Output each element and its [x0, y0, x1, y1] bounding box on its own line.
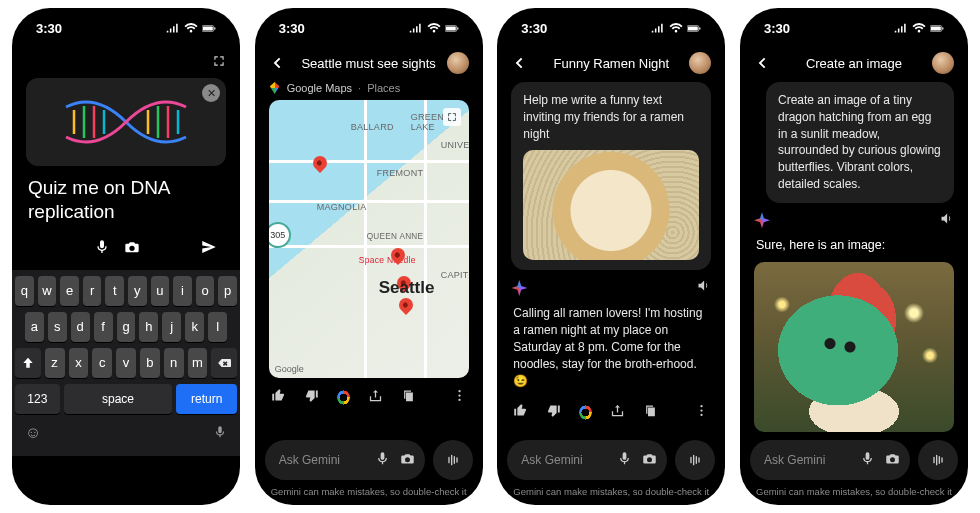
- key-l[interactable]: l: [208, 312, 227, 342]
- mic-icon[interactable]: [375, 451, 390, 469]
- thumbs-up-icon[interactable]: [513, 403, 528, 422]
- svg-point-14: [458, 390, 460, 392]
- key-shift[interactable]: [15, 348, 41, 378]
- key-f[interactable]: f: [94, 312, 113, 342]
- generated-image[interactable]: [754, 262, 954, 432]
- copy-icon[interactable]: [401, 388, 416, 407]
- share-icon[interactable]: [368, 388, 383, 407]
- ask-placeholder: Ask Gemini: [521, 453, 607, 467]
- more-icon[interactable]: [694, 403, 709, 422]
- phone-maps: 3:30 Seattle must see sights Google Maps…: [255, 8, 483, 505]
- ask-input[interactable]: Ask Gemini: [265, 440, 425, 480]
- speaker-icon[interactable]: [696, 278, 711, 297]
- key-e[interactable]: e: [60, 276, 79, 306]
- expand-icon[interactable]: [212, 54, 226, 72]
- google-search-icon[interactable]: [579, 405, 592, 420]
- close-icon[interactable]: ✕: [202, 84, 220, 102]
- key-q[interactable]: q: [15, 276, 34, 306]
- feedback-row: [511, 389, 711, 428]
- key-p[interactable]: p: [218, 276, 237, 306]
- camera-icon[interactable]: [885, 451, 900, 469]
- key-t[interactable]: t: [105, 276, 124, 306]
- avatar[interactable]: [689, 52, 711, 74]
- status-icons: [894, 23, 944, 34]
- camera-icon[interactable]: [642, 451, 657, 469]
- hood-ballard: BALLARD: [351, 122, 394, 132]
- svg-rect-24: [931, 26, 941, 30]
- back-icon[interactable]: [269, 55, 291, 71]
- key-r[interactable]: r: [83, 276, 102, 306]
- hood-greenlake: GREEN LAKE: [411, 112, 469, 132]
- copy-icon[interactable]: [643, 403, 658, 422]
- key-d[interactable]: d: [71, 312, 90, 342]
- dna-attachment-card[interactable]: ✕: [26, 78, 226, 166]
- emoji-icon[interactable]: ☺: [25, 424, 41, 444]
- avatar[interactable]: [932, 52, 954, 74]
- svg-point-20: [701, 405, 703, 407]
- key-g[interactable]: g: [117, 312, 136, 342]
- status-icons: [166, 23, 216, 34]
- mic-icon[interactable]: [617, 451, 632, 469]
- key-y[interactable]: y: [128, 276, 147, 306]
- wifi-icon: [184, 23, 198, 34]
- hood-magnolia: MAGNOLIA: [317, 202, 367, 212]
- map-city-label: Seattle: [379, 278, 435, 298]
- maps-pin-icon: [269, 82, 281, 94]
- key-s[interactable]: s: [48, 312, 67, 342]
- camera-icon[interactable]: [124, 239, 140, 259]
- key-backspace[interactable]: [211, 348, 237, 378]
- key-i[interactable]: i: [173, 276, 192, 306]
- speaker-icon[interactable]: [939, 211, 954, 230]
- key-n[interactable]: n: [164, 348, 184, 378]
- key-a[interactable]: a: [25, 312, 44, 342]
- mic-icon[interactable]: [94, 239, 110, 259]
- thumbs-down-icon[interactable]: [304, 388, 319, 407]
- ask-input[interactable]: Ask Gemini: [507, 440, 667, 480]
- assistant-reply: Calling all ramen lovers! I'm hosting a …: [511, 305, 711, 389]
- status-icons: [409, 23, 459, 34]
- mic-icon[interactable]: [860, 451, 875, 469]
- key-c[interactable]: c: [92, 348, 112, 378]
- status-bar: 3:30: [740, 8, 968, 48]
- live-button[interactable]: [675, 440, 715, 480]
- page-title: Seattle must see sights: [299, 56, 439, 71]
- live-button[interactable]: [433, 440, 473, 480]
- send-icon[interactable]: [200, 238, 218, 260]
- live-button[interactable]: [918, 440, 958, 480]
- map-pin[interactable]: [396, 295, 416, 315]
- google-search-icon[interactable]: [337, 390, 350, 405]
- map-card[interactable]: BALLARD FREMONT MAGNOLIA QUEEN ANNE CAPI…: [269, 100, 469, 378]
- page-title: Funny Ramen Night: [541, 56, 681, 71]
- back-icon[interactable]: [511, 55, 533, 71]
- keyboard[interactable]: q w e r t y u i o p a s d f g h j k l z …: [12, 270, 240, 456]
- share-icon[interactable]: [610, 403, 625, 422]
- ramen-image[interactable]: [523, 150, 699, 260]
- key-b[interactable]: b: [140, 348, 160, 378]
- camera-icon[interactable]: [400, 451, 415, 469]
- key-o[interactable]: o: [196, 276, 215, 306]
- map-pin[interactable]: [310, 153, 330, 173]
- key-z[interactable]: z: [45, 348, 65, 378]
- source-label: Google Maps · Places: [269, 82, 469, 94]
- key-u[interactable]: u: [151, 276, 170, 306]
- key-x[interactable]: x: [69, 348, 89, 378]
- battery-icon: [202, 23, 216, 34]
- back-icon[interactable]: [754, 55, 776, 71]
- key-j[interactable]: j: [162, 312, 181, 342]
- thumbs-up-icon[interactable]: [271, 388, 286, 407]
- key-v[interactable]: v: [116, 348, 136, 378]
- avatar[interactable]: [447, 52, 469, 74]
- dictation-icon[interactable]: [213, 424, 227, 444]
- key-123[interactable]: 123: [15, 384, 60, 414]
- key-m[interactable]: m: [188, 348, 208, 378]
- prompt-text[interactable]: Quiz me on DNA replication: [12, 176, 240, 232]
- thumbs-down-icon[interactable]: [546, 403, 561, 422]
- ask-input[interactable]: Ask Gemini: [750, 440, 910, 480]
- key-return[interactable]: return: [176, 384, 237, 414]
- key-k[interactable]: k: [185, 312, 204, 342]
- hood-capitol: CAPITOL: [441, 270, 469, 280]
- key-space[interactable]: space: [64, 384, 173, 414]
- key-w[interactable]: w: [38, 276, 57, 306]
- key-h[interactable]: h: [139, 312, 158, 342]
- more-icon[interactable]: [452, 388, 467, 407]
